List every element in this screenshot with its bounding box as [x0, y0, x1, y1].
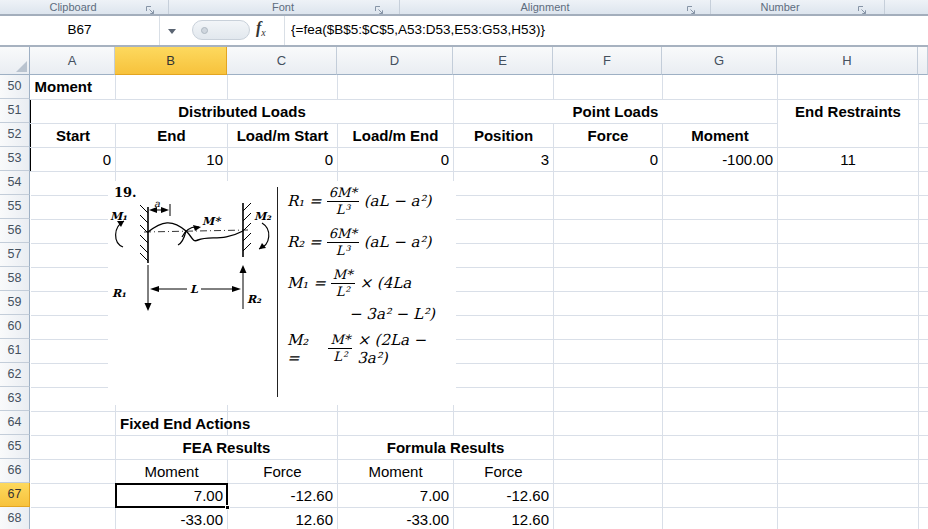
row-header-54[interactable]: 54	[0, 171, 30, 195]
row-header-57[interactable]: 57	[0, 243, 30, 267]
cell[interactable]	[663, 315, 778, 339]
cell[interactable]	[778, 219, 919, 243]
cell[interactable]	[778, 435, 919, 459]
cell[interactable]	[778, 507, 919, 529]
row-header-63[interactable]: 63	[0, 387, 30, 411]
cell[interactable]	[663, 291, 778, 315]
cell-a52[interactable]: Start	[31, 123, 116, 147]
cell[interactable]	[31, 291, 116, 315]
cell[interactable]	[778, 459, 919, 483]
row-header-62[interactable]: 62	[0, 363, 30, 387]
column-header-g[interactable]: G	[662, 47, 777, 75]
cell-fea-results[interactable]: FEA Results	[116, 435, 338, 459]
cell-end-restraints-title[interactable]: End Restraints	[778, 99, 919, 147]
cell[interactable]	[663, 507, 778, 529]
cell-d52[interactable]: Load/m End	[338, 123, 454, 147]
cell-a53[interactable]: 0	[31, 147, 116, 171]
cell[interactable]	[554, 315, 663, 339]
row-header-51[interactable]: 51	[0, 99, 30, 123]
cell[interactable]	[554, 75, 663, 99]
embedded-figure-beam-case-19[interactable]: 19. M₁ a M* M₂ R₁ L R₂ R₁ = 6M*L³ (aL − …	[108, 181, 456, 405]
cell[interactable]	[554, 387, 663, 411]
column-header-c[interactable]: C	[227, 47, 337, 75]
cell-c66[interactable]: Force	[228, 459, 338, 483]
row-header-68[interactable]: 68	[0, 507, 30, 529]
cell[interactable]	[31, 219, 116, 243]
cell-b52[interactable]: End	[116, 123, 228, 147]
cell-c53[interactable]: 0	[228, 147, 338, 171]
column-header-e[interactable]: E	[453, 47, 553, 75]
row-header-55[interactable]: 55	[0, 195, 30, 219]
cell[interactable]	[919, 123, 928, 147]
cell[interactable]	[554, 291, 663, 315]
row-header-61[interactable]: 61	[0, 339, 30, 363]
cell[interactable]	[919, 435, 928, 459]
cell-b53[interactable]: 10	[116, 147, 228, 171]
cell[interactable]	[919, 171, 928, 195]
cell[interactable]	[663, 267, 778, 291]
cell[interactable]	[454, 291, 554, 315]
cell[interactable]	[919, 99, 928, 123]
cell[interactable]	[663, 75, 778, 99]
cell-g53[interactable]: -100.00	[663, 147, 778, 171]
cell[interactable]	[778, 363, 919, 387]
cell[interactable]	[454, 195, 554, 219]
cell-b64[interactable]: Fixed End Actions	[116, 411, 228, 435]
cell-h53[interactable]: 11	[778, 147, 919, 171]
cell[interactable]	[919, 147, 928, 171]
cell[interactable]	[454, 339, 554, 363]
cell[interactable]	[454, 171, 554, 195]
cell-f52[interactable]: Force	[554, 123, 663, 147]
cell-e52[interactable]: Position	[454, 123, 554, 147]
cell[interactable]	[554, 507, 663, 529]
cell[interactable]	[778, 267, 919, 291]
cell[interactable]	[31, 459, 116, 483]
cell[interactable]	[919, 363, 928, 387]
cell-e68[interactable]: 12.60	[454, 507, 554, 529]
cell[interactable]	[454, 315, 554, 339]
formula-bar-split-button[interactable]	[192, 20, 250, 40]
cell[interactable]	[778, 171, 919, 195]
cell[interactable]	[919, 315, 928, 339]
cell[interactable]	[31, 435, 116, 459]
cell[interactable]	[554, 483, 663, 507]
cell[interactable]	[663, 411, 778, 435]
cell[interactable]	[663, 459, 778, 483]
cell[interactable]	[919, 219, 928, 243]
cell[interactable]	[919, 411, 928, 435]
row-header-66[interactable]: 66	[0, 459, 30, 483]
cell[interactable]	[31, 411, 116, 435]
cell[interactable]	[919, 339, 928, 363]
column-header-h[interactable]: H	[777, 47, 918, 75]
row-header-59[interactable]: 59	[0, 291, 30, 315]
cell[interactable]	[31, 171, 116, 195]
cell[interactable]	[663, 387, 778, 411]
cell[interactable]	[919, 75, 928, 99]
cell[interactable]	[338, 411, 454, 435]
name-box[interactable]: B67	[0, 16, 160, 45]
font-dialog-launcher-icon[interactable]	[374, 2, 385, 13]
cell[interactable]	[554, 171, 663, 195]
cell[interactable]	[663, 435, 778, 459]
row-header-58[interactable]: 58	[0, 267, 30, 291]
cell[interactable]	[338, 75, 454, 99]
cell[interactable]	[454, 363, 554, 387]
cell[interactable]	[31, 363, 116, 387]
cell[interactable]	[778, 483, 919, 507]
cell[interactable]	[228, 75, 338, 99]
cell[interactable]	[778, 75, 919, 99]
cell[interactable]	[919, 507, 928, 529]
row-header-52[interactable]: 52	[0, 123, 30, 147]
cell[interactable]	[919, 195, 928, 219]
cell[interactable]	[778, 387, 919, 411]
row-header-56[interactable]: 56	[0, 219, 30, 243]
cell[interactable]	[778, 411, 919, 435]
cell-c52[interactable]: Load/m Start	[228, 123, 338, 147]
cell[interactable]	[454, 267, 554, 291]
cell-g52[interactable]: Moment	[663, 123, 778, 147]
cell-d67[interactable]: 7.00	[338, 483, 454, 507]
cell-d66[interactable]: Moment	[338, 459, 454, 483]
cell-f53[interactable]: 0	[554, 147, 663, 171]
row-header-53[interactable]: 53	[0, 147, 30, 171]
cell[interactable]	[116, 75, 228, 99]
